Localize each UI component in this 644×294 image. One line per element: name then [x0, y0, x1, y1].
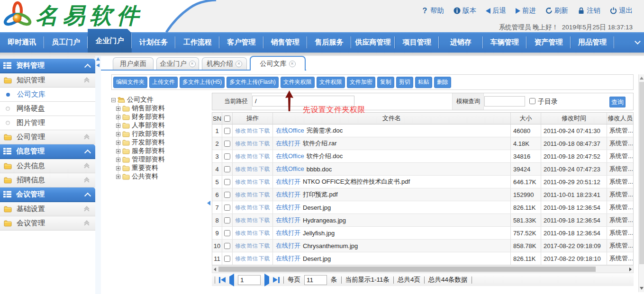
scroll-down-icon[interactable]: [640, 287, 644, 290]
sidebar-section-info-management[interactable]: 信息管理: [0, 144, 95, 159]
collapse-left-icon[interactable]: [96, 63, 100, 67]
next-page-button[interactable]: [264, 276, 269, 284]
tree-root[interactable]: 公司文件: [111, 96, 209, 104]
open-file-link[interactable]: 在线打开: [276, 203, 300, 212]
open-file-link[interactable]: 在线Office: [276, 126, 304, 135]
tree-collapse-arrow-icon[interactable]: [207, 201, 210, 205]
sidebar-item-meeting-management-item[interactable]: 会议管理: [0, 216, 95, 231]
open-file-link[interactable]: 在线打开: [276, 190, 300, 199]
download-link[interactable]: 下载: [259, 178, 270, 186]
scroll-left-icon[interactable]: [214, 267, 216, 271]
nav-item[interactable]: 销售管理: [263, 32, 308, 53]
open-file-link[interactable]: 在线打开: [276, 216, 300, 224]
nav-item[interactable]: 员工门户: [44, 32, 88, 53]
message-link[interactable]: 简信: [247, 204, 258, 211]
modify-link[interactable]: 修改: [235, 140, 246, 147]
tree-item[interactable]: 人事部资料: [111, 121, 209, 130]
sidebar-item-basic-settings[interactable]: 基础设置: [0, 202, 95, 216]
download-link[interactable]: 下载: [259, 153, 270, 160]
nav-item[interactable]: 工作流程: [175, 32, 219, 53]
expand-box-icon[interactable]: [116, 124, 120, 128]
nav-item[interactable]: 即时通讯: [0, 32, 44, 53]
sidebar-item-image-management[interactable]: 图片管理: [0, 116, 95, 130]
page-number-input[interactable]: [238, 275, 261, 285]
exit-link[interactable]: 退出: [610, 6, 633, 15]
expand-box-icon[interactable]: [116, 107, 120, 111]
nav-item[interactable]: 进销存: [439, 32, 483, 53]
toolbar-button[interactable]: 粘贴: [415, 77, 432, 88]
modify-link[interactable]: 修改: [235, 217, 246, 224]
modify-link[interactable]: 修改: [235, 242, 246, 249]
sidebar-item-knowledge-management[interactable]: 知识管理: [0, 73, 95, 88]
row-checkbox[interactable]: [224, 243, 230, 249]
download-link[interactable]: 下载: [259, 217, 270, 224]
tree-item[interactable]: 行政部资料: [111, 130, 209, 138]
tab[interactable]: 公司文库 ×: [250, 56, 306, 71]
collapse-box-icon[interactable]: [111, 98, 116, 102]
download-link[interactable]: 下载: [259, 242, 270, 249]
first-page-button[interactable]: [219, 277, 226, 283]
tab[interactable]: 用户桌面: [113, 57, 154, 70]
sidebar-item-company-library[interactable]: 公司文库: [0, 88, 95, 102]
nav-item[interactable]: 供应商管理: [351, 32, 395, 53]
tree-item[interactable]: 开发部资料: [111, 138, 209, 147]
vertical-scrollbar[interactable]: [638, 74, 644, 292]
toolbar-button[interactable]: 文件加密: [347, 77, 375, 88]
modify-link[interactable]: 修改: [235, 178, 246, 186]
toolbar-button[interactable]: 多文件上传(H5): [180, 77, 225, 88]
nav-item[interactable]: 企业门户: [88, 29, 132, 53]
toolbar-button[interactable]: 上传文件: [149, 77, 178, 88]
open-file-link[interactable]: 在线打开: [276, 178, 300, 186]
query-button[interactable]: 查询: [609, 97, 626, 107]
prev-page-button[interactable]: [229, 276, 234, 284]
per-page-input[interactable]: [304, 275, 327, 285]
message-link[interactable]: 简信: [247, 230, 258, 237]
toolbar-button[interactable]: 编辑文件夹: [113, 77, 147, 88]
download-link[interactable]: 下载: [259, 127, 270, 134]
tree-item[interactable]: 销售部资料: [111, 104, 209, 113]
tree-item[interactable]: 公共资料: [111, 172, 209, 181]
nav-item[interactable]: 车辆管理: [483, 32, 527, 53]
tree-item[interactable]: 财务部资料: [111, 113, 209, 121]
modify-link[interactable]: 修改: [235, 191, 246, 198]
subdirectory-checkbox[interactable]: [529, 98, 535, 104]
expand-box-icon[interactable]: [116, 141, 120, 145]
row-checkbox[interactable]: [224, 179, 230, 185]
message-link[interactable]: 简信: [247, 217, 258, 224]
message-link[interactable]: 简信: [247, 178, 258, 186]
download-link[interactable]: 下载: [259, 166, 270, 173]
expand-box-icon[interactable]: [116, 149, 120, 153]
download-link[interactable]: 下载: [259, 204, 270, 211]
row-checkbox[interactable]: [224, 256, 230, 262]
sidebar-item-network-disk[interactable]: 网络硬盘: [0, 102, 95, 116]
modify-link[interactable]: 修改: [235, 127, 246, 134]
row-checkbox[interactable]: [224, 141, 230, 147]
tab[interactable]: 机构介绍 ×: [202, 57, 247, 70]
modify-link[interactable]: 修改: [235, 204, 246, 211]
tab-close-icon[interactable]: ×: [189, 61, 196, 67]
tree-item[interactable]: 管理部资料: [111, 155, 209, 164]
tab[interactable]: 企业门户 ×: [156, 57, 199, 70]
select-all-checkbox[interactable]: [224, 116, 230, 122]
message-link[interactable]: 简信: [247, 166, 258, 173]
nav-item[interactable]: 计划任务: [132, 32, 176, 53]
open-file-link[interactable]: 在线打开: [276, 139, 300, 148]
scrollbar-thumb[interactable]: [218, 267, 596, 272]
open-file-link[interactable]: 在线打开: [276, 241, 300, 250]
modify-link[interactable]: 修改: [235, 230, 246, 237]
nav-item[interactable]: 资产管理: [526, 32, 571, 53]
expand-box-icon[interactable]: [116, 115, 120, 119]
fuzzy-search-input[interactable]: [484, 96, 525, 107]
version-link[interactable]: 版本: [454, 6, 476, 15]
row-checkbox[interactable]: [224, 192, 230, 198]
toolbar-button[interactable]: 文件权限: [317, 77, 345, 88]
message-link[interactable]: 简信: [247, 153, 258, 160]
sidebar-item-recruitment-info[interactable]: 招聘信息: [0, 173, 95, 187]
expand-box-icon[interactable]: [116, 166, 120, 170]
toolbar-button[interactable]: 剪切: [396, 77, 413, 88]
sidebar-splitter[interactable]: [95, 56, 101, 294]
download-link[interactable]: 下载: [259, 140, 270, 147]
expand-box-icon[interactable]: [116, 175, 120, 179]
nav-item[interactable]: 售后服务: [307, 32, 351, 53]
forward-link[interactable]: 前进: [516, 6, 536, 15]
